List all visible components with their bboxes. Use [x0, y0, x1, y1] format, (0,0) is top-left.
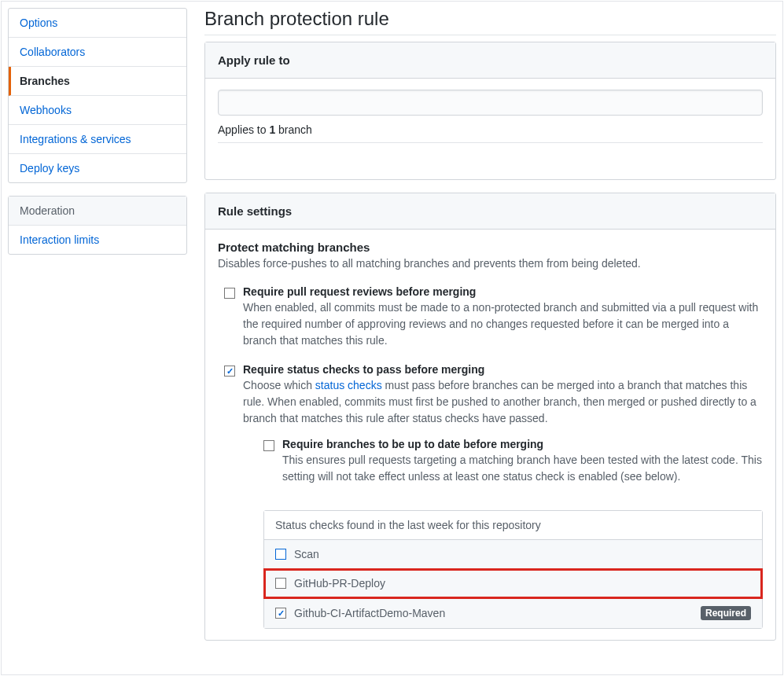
status-checks-list: Status checks found in the last week for…: [263, 510, 763, 629]
rule-settings-panel: Rule settings Protect matching branches …: [204, 193, 776, 641]
sidebar-item-options[interactable]: Options: [9, 9, 186, 38]
require-status-checks-desc: Choose which status checks must pass bef…: [243, 377, 763, 427]
require-pr-reviews-title: Require pull request reviews before merg…: [243, 285, 763, 298]
protect-matching-desc: Disables force-pushes to all matching br…: [218, 257, 763, 270]
status-check-checkbox-scan[interactable]: [275, 549, 286, 560]
require-uptodate-title: Require branches to be up to date before…: [282, 438, 763, 450]
require-status-checks-checkbox[interactable]: [224, 366, 235, 377]
status-check-name: Github-CI-ArtifactDemo-Maven: [294, 607, 701, 619]
status-check-checkbox-github-ci[interactable]: [275, 608, 286, 619]
applies-to-text: Applies to 1 branch: [218, 123, 763, 143]
require-uptodate-desc: This ensures pull requests targeting a m…: [282, 452, 763, 485]
require-uptodate-rule: Require branches to be up to date before…: [263, 436, 763, 498]
status-check-checkbox-github-pr-deploy[interactable]: [275, 578, 286, 589]
require-pr-reviews-rule: Require pull request reviews before merg…: [218, 284, 763, 362]
require-pr-reviews-checkbox[interactable]: [224, 288, 235, 299]
sidebar-item-branches[interactable]: Branches: [9, 67, 186, 96]
required-badge: Required: [701, 606, 751, 620]
settings-sidebar: Options Collaborators Branches Webhooks …: [8, 8, 187, 183]
status-check-row-github-ci-artifactdemo-maven[interactable]: Github-CI-ArtifactDemo-Maven Required: [264, 598, 762, 628]
require-status-checks-rule: Require status checks to pass before mer…: [218, 362, 763, 629]
moderation-sidebar: Moderation Interaction limits: [8, 196, 187, 255]
branch-pattern-input[interactable]: [218, 90, 763, 116]
status-checks-link[interactable]: status checks: [315, 379, 382, 391]
sidebar-item-integrations[interactable]: Integrations & services: [9, 125, 186, 154]
sidebar-item-interaction-limits[interactable]: Interaction limits: [9, 226, 186, 254]
status-checks-header: Status checks found in the last week for…: [264, 511, 762, 540]
apply-rule-header: Apply rule to: [205, 42, 775, 79]
require-pr-reviews-desc: When enabled, all commits must be made t…: [243, 299, 763, 349]
status-check-row-github-pr-deploy[interactable]: GitHub-PR-Deploy: [264, 569, 762, 598]
sidebar-item-deploy-keys[interactable]: Deploy keys: [9, 154, 186, 182]
status-check-row-scan[interactable]: Scan: [264, 540, 762, 569]
sidebar-item-collaborators[interactable]: Collaborators: [9, 38, 186, 67]
sidebar-item-webhooks[interactable]: Webhooks: [9, 96, 186, 125]
protect-matching-title: Protect matching branches: [218, 241, 763, 254]
rule-settings-header: Rule settings: [205, 193, 775, 230]
require-uptodate-checkbox[interactable]: [263, 440, 274, 451]
status-check-name: GitHub-PR-Deploy: [294, 577, 751, 590]
page-title: Branch protection rule: [204, 8, 776, 35]
require-status-checks-title: Require status checks to pass before mer…: [243, 363, 763, 376]
apply-rule-panel: Apply rule to Applies to 1 branch: [204, 42, 776, 180]
status-check-name: Scan: [294, 548, 751, 560]
moderation-header: Moderation: [9, 197, 186, 226]
